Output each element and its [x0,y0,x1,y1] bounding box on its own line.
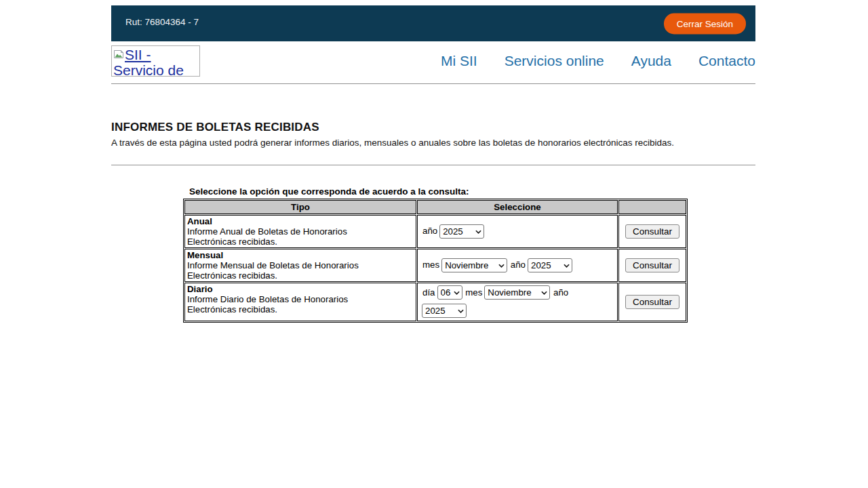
field-label-mes: mes [422,260,439,270]
diario-year-select[interactable]: 2025 [422,304,467,318]
main-nav: Mi SII Servicios online Ayuda Contacto [441,53,755,69]
anual-year-select[interactable]: 2025 [439,224,484,239]
row-type-label: Diario [187,284,414,294]
broken-logo-image: SII - Servicio de [111,45,200,77]
section-divider [111,165,755,165]
page-description: A través de esta página usted podrá gene… [111,138,755,148]
header-divider [111,83,755,84]
logout-button[interactable]: Cerrar Sesión [664,13,746,34]
column-header-actions [618,200,686,214]
row-description: Informe Anual de Boletas de Honorarios E… [187,226,391,247]
diario-month-select[interactable]: Noviembre [484,285,550,300]
mensual-tipo-cell: Mensual Informe Mensual de Boletas de Ho… [184,249,416,282]
diario-day-select[interactable]: 06 [437,285,462,300]
site-header: SII - Servicio de Mi SII Servicios onlin… [111,45,755,77]
nav-contacto[interactable]: Contacto [698,53,755,69]
anual-tipo-cell: Anual Informe Anual de Boletas de Honora… [184,215,416,248]
mensual-month-select[interactable]: Noviembre [441,258,507,272]
diario-action-cell: Consultar [618,283,686,321]
consultar-button-anual[interactable]: Consultar [625,224,679,239]
mensual-fields-cell: mesNoviembre año2025 [417,249,618,282]
diario-fields-cell: día06 mesNoviembre año 2025 [417,283,618,321]
nav-servicios-online[interactable]: Servicios online [505,53,604,69]
report-options-table: Tipo Seleccione Anual Informe Anual de B… [183,199,688,323]
consultar-button-diario[interactable]: Consultar [625,295,679,309]
field-label-mes: mes [465,287,482,298]
session-topbar: Rut: 76804364 - 7 Cerrar Sesión [111,5,755,41]
row-type-label: Anual [187,216,414,226]
field-label-ano: año [511,260,526,270]
mensual-year-select[interactable]: 2025 [528,258,572,272]
page-content: Rut: 76804364 - 7 Cerrar Sesión SII - Se… [111,5,755,323]
field-label-ano: año [422,226,437,236]
mensual-action-cell: Consultar [618,249,686,282]
diario-tipo-cell: Diario Informe Diario de Boletas de Hono… [184,283,416,321]
table-row-mensual: Mensual Informe Mensual de Boletas de Ho… [184,249,686,282]
broken-image-icon [113,49,124,60]
sii-logo-link[interactable]: SII - Servicio de [111,45,200,77]
row-description: Informe Mensual de Boletas de Honorarios… [187,260,391,281]
column-header-seleccione: Seleccione [417,200,618,214]
table-row-anual: Anual Informe Anual de Boletas de Honora… [184,215,686,248]
field-label-ano: año [553,287,568,298]
column-header-tipo: Tipo [184,200,416,214]
page-title: INFORMES DE BOLETAS RECIBIDAS [111,121,755,134]
table-header-row: Tipo Seleccione [184,200,686,214]
row-type-label: Mensual [187,250,414,260]
row-description: Informe Diario de Boletas de Honorarios … [187,294,391,314]
field-label-dia: día [422,287,435,298]
consultar-button-mensual[interactable]: Consultar [625,258,679,272]
nav-mi-sii[interactable]: Mi SII [441,53,477,69]
nav-ayuda[interactable]: Ayuda [631,53,671,69]
anual-fields-cell: año2025 [417,215,618,248]
table-row-diario: Diario Informe Diario de Boletas de Hono… [184,283,686,321]
rut-label: Rut: 76804364 - 7 [125,17,199,27]
anual-action-cell: Consultar [618,215,686,248]
form-caption: Seleccione la opción que corresponda de … [189,186,685,197]
report-options-section: Seleccione la opción que corresponda de … [183,186,685,323]
